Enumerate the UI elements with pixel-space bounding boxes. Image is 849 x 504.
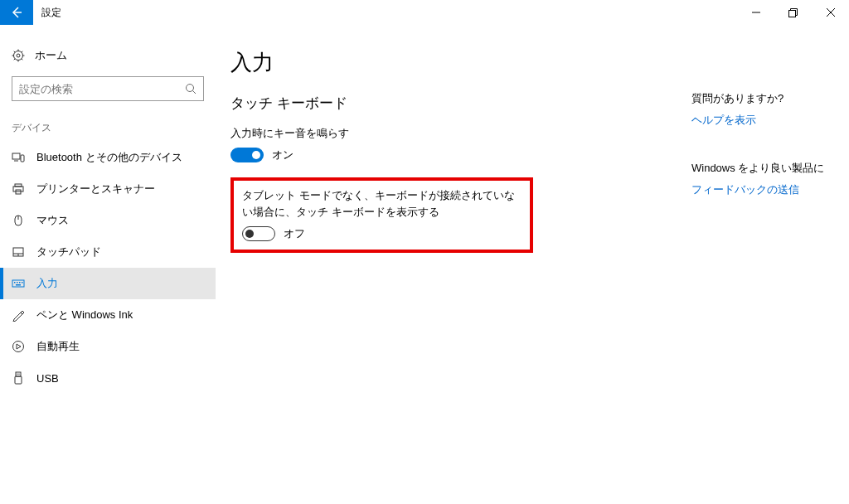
mouse-icon [12,214,25,227]
touchpad-icon [12,245,25,259]
svg-rect-26 [17,282,18,284]
svg-rect-28 [22,282,23,284]
svg-rect-17 [13,187,23,191]
search-box[interactable] [12,76,204,101]
svg-point-2 [17,54,20,57]
close-button[interactable] [812,0,849,25]
sidebar-item-bluetooth[interactable]: Bluetooth とその他のデバイス [0,142,216,173]
setting-touchkb-row: オフ [242,226,522,241]
setting-touchkb-label: タブレット モードでなく、キーボードが接続されていない場合に、タッチ キーボード… [242,187,522,220]
svg-point-11 [187,85,194,92]
keyboard-icon [12,277,25,290]
sidebar-item-mouse[interactable]: マウス [0,205,216,236]
content-area: 入力 タッチ キーボード 入力時にキー音を鳴らす オン タブレット モードでなく… [216,25,849,504]
setting-keysound-label: 入力時にキー音を鳴らす [230,126,683,141]
sidebar-section-label: デバイス [0,101,216,142]
setting-keysound-row: オン [230,148,683,162]
sidebar-item-touchpad[interactable]: タッチパッド [0,236,216,268]
titlebar: 設定 [0,0,849,25]
svg-line-12 [193,91,196,94]
autoplay-icon [12,340,25,353]
svg-rect-31 [16,372,21,376]
gear-icon [12,49,25,62]
right-pane: 質問がありますか? ヘルプを表示 Windows をより良い製品に フィードバッ… [691,91,832,230]
svg-rect-13 [12,153,20,159]
svg-line-10 [22,51,22,52]
sidebar-item-label: Bluetooth とその他のデバイス [36,150,182,165]
sidebar-item-label: プリンターとスキャナー [36,182,155,196]
section-title: タッチ キーボード [230,94,683,113]
svg-rect-27 [19,282,21,284]
pen-icon [12,308,25,322]
devices-icon [12,151,25,164]
minimize-button[interactable] [737,0,774,25]
svg-rect-24 [12,280,24,287]
svg-line-8 [22,59,22,60]
toggle-touchkb-state: オフ [284,226,305,241]
sidebar-item-printers[interactable]: プリンターとスキャナー [0,173,216,205]
svg-point-30 [13,342,24,352]
sidebar-item-label: USB [36,372,59,385]
feedback-link[interactable]: フィードバックの送信 [691,182,832,197]
minimize-icon [752,8,760,17]
search-input[interactable] [19,83,185,95]
svg-rect-32 [15,376,22,384]
toggle-touchkb[interactable] [242,226,275,241]
help-heading: 質問がありますか? [691,91,832,106]
close-icon [827,8,835,17]
svg-rect-25 [14,282,16,284]
toggle-keysound[interactable] [230,148,264,162]
sidebar-item-label: マウス [36,213,69,228]
home-label: ホーム [35,48,67,63]
window-controls [737,0,849,25]
sidebar: ホーム デバイス Bluetooth とその他のデバイス プリンターとスキャナー [0,25,216,504]
svg-line-7 [14,51,15,52]
help-link[interactable]: ヘルプを表示 [691,113,832,128]
search-icon [185,83,196,94]
maximize-icon [788,8,798,17]
sidebar-item-label: 入力 [36,276,58,291]
toggle-keysound-state: オン [272,148,294,162]
arrow-left-icon [10,6,23,19]
printer-icon [12,182,25,196]
maximize-button[interactable] [774,0,812,25]
page-title: 入力 [230,48,683,77]
sidebar-item-usb[interactable]: USB [0,362,216,394]
sidebar-item-label: タッチパッド [36,245,101,259]
svg-point-1 [14,51,23,61]
svg-rect-14 [21,155,24,162]
sidebar-item-typing[interactable]: 入力 [0,268,216,299]
sidebar-item-label: 自動再生 [36,339,80,354]
svg-rect-0 [789,10,796,17]
sidebar-item-pen[interactable]: ペンと Windows Ink [0,299,216,331]
highlighted-setting: タブレット モードでなく、キーボードが接続されていない場合に、タッチ キーボード… [230,177,533,253]
window-title: 設定 [33,0,61,25]
svg-rect-29 [16,284,21,286]
back-button[interactable] [0,0,33,25]
svg-line-9 [14,59,15,60]
feedback-heading: Windows をより良い製品に [691,161,832,176]
usb-icon [12,371,25,385]
sidebar-item-label: ペンと Windows Ink [36,308,133,322]
home-link[interactable]: ホーム [0,40,216,71]
sidebar-item-autoplay[interactable]: 自動再生 [0,331,216,362]
